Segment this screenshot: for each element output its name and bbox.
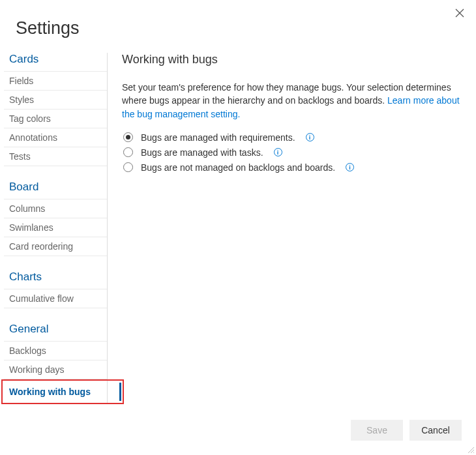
- settings-header: Settings: [0, 0, 476, 53]
- info-icon[interactable]: i: [346, 163, 354, 171]
- radio-icon: [123, 162, 133, 172]
- radio-label: Bugs are not managed on backlogs and boa…: [141, 162, 335, 173]
- panel-description: Set your team's preference for how they …: [122, 81, 462, 121]
- radio-label: Bugs are managed with tasks.: [141, 147, 263, 158]
- radio-option-requirements[interactable]: Bugs are managed with requirements. i: [122, 132, 462, 143]
- sidebar-section-general: General: [4, 317, 107, 342]
- main-panel: Working with bugs Set your team's prefer…: [108, 53, 476, 404]
- sidebar-section-charts: Charts: [4, 265, 107, 289]
- sidebar-item-backlogs[interactable]: Backlogs: [4, 342, 107, 360]
- sidebar-item-styles[interactable]: Styles: [4, 91, 107, 110]
- sidebar-item-swimlanes[interactable]: Swimlanes: [4, 218, 107, 237]
- close-icon: [455, 8, 464, 18]
- sidebar-item-fields[interactable]: Fields: [4, 72, 107, 91]
- svg-line-2: [468, 447, 474, 453]
- close-button[interactable]: [455, 8, 464, 20]
- panel-title: Working with bugs: [122, 53, 462, 66]
- radio-label: Bugs are managed with requirements.: [141, 132, 295, 143]
- sidebar-section-board: Board: [4, 175, 107, 199]
- highlight-annotation: Working with bugs: [1, 379, 124, 404]
- cancel-button[interactable]: Cancel: [409, 420, 462, 441]
- resize-grip-icon[interactable]: [467, 446, 475, 454]
- info-icon[interactable]: i: [306, 133, 314, 141]
- info-icon[interactable]: i: [274, 148, 282, 156]
- bug-options-radio-group: Bugs are managed with requirements. i Bu…: [122, 132, 462, 173]
- dialog-footer: Save Cancel: [351, 420, 462, 441]
- page-title: Settings: [16, 18, 476, 38]
- radio-option-not-managed[interactable]: Bugs are not managed on backlogs and boa…: [122, 162, 462, 173]
- sidebar-item-working-days[interactable]: Working days: [4, 360, 107, 379]
- sidebar-item-tag-colors[interactable]: Tag colors: [4, 110, 107, 128]
- sidebar-item-annotations[interactable]: Annotations: [4, 128, 107, 147]
- sidebar-item-card-reordering[interactable]: Card reordering: [4, 237, 107, 256]
- settings-sidebar: Cards Fields Styles Tag colors Annotatio…: [4, 53, 108, 404]
- sidebar-item-cumulative-flow[interactable]: Cumulative flow: [4, 289, 107, 308]
- sidebar-item-tests[interactable]: Tests: [4, 147, 107, 166]
- radio-icon: [123, 132, 133, 142]
- radio-option-tasks[interactable]: Bugs are managed with tasks. i: [122, 147, 462, 158]
- sidebar-item-columns[interactable]: Columns: [4, 199, 107, 218]
- radio-icon: [123, 147, 133, 157]
- sidebar-section-cards: Cards: [4, 53, 107, 72]
- svg-line-4: [473, 452, 474, 453]
- save-button[interactable]: Save: [351, 420, 403, 441]
- sidebar-item-working-with-bugs[interactable]: Working with bugs: [4, 383, 121, 401]
